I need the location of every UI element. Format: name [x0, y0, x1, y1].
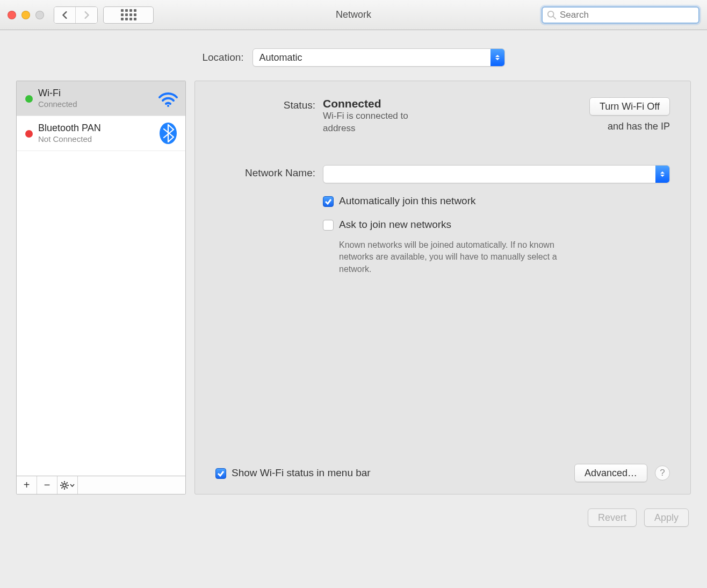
minimize-window-button[interactable]: [21, 11, 30, 19]
window-controls: [8, 11, 44, 19]
remove-service-button[interactable]: −: [37, 476, 57, 494]
svg-line-9: [61, 482, 62, 483]
services-panel: Wi-Fi Connected Bluetooth PAN Not Co: [16, 81, 186, 494]
status-desc-line1: Wi-Fi is connected to: [323, 111, 408, 121]
wifi-icon: [157, 88, 179, 109]
apply-button[interactable]: Apply: [644, 508, 689, 527]
auto-join-label: Automatically join this network: [339, 195, 476, 207]
svg-point-4: [63, 484, 66, 487]
chevron-right-icon: [83, 11, 90, 19]
service-text: Bluetooth PAN Not Connected: [38, 123, 152, 144]
show-menubar-checkbox[interactable]: Show Wi-Fi status in menu bar: [215, 467, 371, 479]
stepper-icon: [655, 166, 669, 183]
location-row: Location: Automatic: [0, 30, 707, 81]
checkbox-icon: [323, 220, 334, 231]
revert-button[interactable]: Revert: [588, 508, 637, 527]
ask-join-label: Ask to join new networks: [339, 219, 451, 231]
service-item-bluetooth-pan[interactable]: Bluetooth PAN Not Connected: [17, 116, 185, 151]
service-item-wifi[interactable]: Wi-Fi Connected: [17, 81, 185, 116]
zoom-window-button[interactable]: [35, 11, 44, 19]
svg-line-11: [61, 487, 62, 488]
search-icon: [547, 10, 557, 20]
svg-line-10: [67, 487, 68, 488]
status-dot-icon: [25, 95, 33, 103]
services-list: Wi-Fi Connected Bluetooth PAN Not Co: [17, 81, 185, 476]
help-button[interactable]: ?: [655, 465, 670, 481]
auto-join-row: Automatically join this network: [215, 195, 670, 207]
gear-icon: [60, 481, 69, 490]
status-dot-icon: [25, 130, 33, 138]
checkbox-icon: [215, 468, 226, 479]
services-toolbar: + −: [17, 476, 185, 494]
status-label: Status:: [215, 97, 323, 135]
close-window-button[interactable]: [8, 11, 16, 19]
status-value: Connected: [323, 97, 576, 110]
chevron-left-icon: [61, 11, 69, 19]
svg-line-1: [553, 16, 556, 19]
checkbox-icon: [323, 196, 334, 207]
svg-line-12: [67, 482, 68, 483]
window-footer: Revert Apply: [0, 494, 707, 527]
location-value: Automatic: [259, 52, 302, 63]
status-extra: and has the IP: [589, 121, 670, 132]
toolbar-spacer: [78, 476, 185, 494]
stepper-icon: [490, 49, 504, 66]
location-select[interactable]: Automatic: [252, 48, 505, 67]
search-input[interactable]: [560, 10, 694, 20]
service-status: Connected: [38, 99, 152, 109]
detail-footer: Show Wi-Fi status in menu bar Advanced… …: [215, 464, 670, 482]
ask-join-checkbox[interactable]: Ask to join new networks: [323, 219, 670, 231]
network-name-label: Network Name:: [215, 165, 323, 183]
detail-panel: Status: Connected Wi-Fi is connected to …: [194, 81, 691, 494]
auto-join-checkbox[interactable]: Automatically join this network: [323, 195, 670, 207]
show-menubar-label: Show Wi-Fi status in menu bar: [232, 467, 371, 479]
nav-segmented: [54, 6, 98, 24]
svg-point-0: [548, 11, 554, 17]
search-field[interactable]: [542, 6, 699, 24]
network-name-select[interactable]: [323, 165, 670, 183]
add-service-button[interactable]: +: [17, 476, 37, 494]
advanced-button[interactable]: Advanced…: [574, 464, 647, 482]
ask-join-help: Known networks will be joined automatica…: [339, 239, 570, 275]
show-all-button[interactable]: [103, 6, 154, 24]
service-text: Wi-Fi Connected: [38, 88, 152, 109]
chevron-down-icon: [70, 484, 75, 487]
bluetooth-icon: [157, 123, 179, 144]
service-actions-button[interactable]: [57, 476, 78, 494]
location-label: Location:: [202, 52, 243, 63]
network-name-row: Network Name:: [215, 165, 670, 183]
forward-button[interactable]: [76, 7, 97, 23]
svg-point-2: [167, 105, 169, 107]
service-name: Wi-Fi: [38, 88, 152, 99]
titlebar: Network: [0, 0, 707, 30]
toggle-wifi-button[interactable]: Turn Wi-Fi Off: [589, 97, 670, 116]
status-row: Status: Connected Wi-Fi is connected to …: [215, 97, 670, 135]
content: Wi-Fi Connected Bluetooth PAN Not Co: [0, 81, 707, 494]
status-desc-line2: address: [323, 123, 355, 133]
back-button[interactable]: [54, 7, 76, 23]
service-status: Not Connected: [38, 134, 152, 144]
ask-join-row: Ask to join new networks Known networks …: [215, 219, 670, 275]
service-name: Bluetooth PAN: [38, 123, 152, 134]
grid-icon: [121, 9, 136, 20]
